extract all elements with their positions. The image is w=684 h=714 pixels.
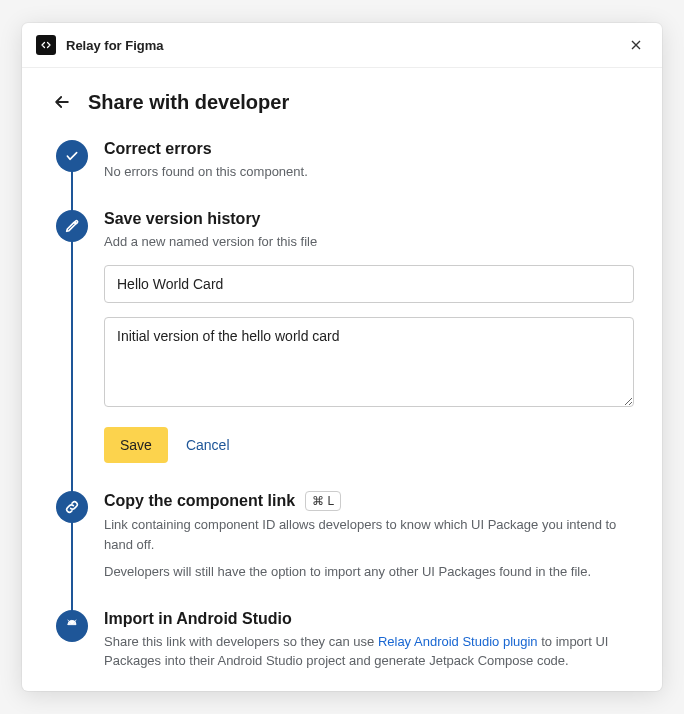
code-icon — [40, 39, 52, 51]
arrow-left-icon — [52, 92, 72, 112]
step-connector — [71, 521, 73, 612]
step-desc: Link containing component ID allows deve… — [104, 515, 634, 554]
titlebar: Relay for Figma — [22, 23, 662, 68]
step-title: Save version history — [104, 210, 634, 228]
pencil-icon — [64, 218, 80, 234]
link-icon — [64, 499, 80, 515]
step-icon-check — [56, 140, 88, 172]
app-icon — [36, 35, 56, 55]
page-header: Share with developer — [50, 90, 634, 114]
steps-list: Correct errors No errors found on this c… — [56, 140, 634, 681]
step-connector — [71, 170, 73, 212]
page-title: Share with developer — [88, 91, 289, 114]
step-icon-pencil — [56, 210, 88, 242]
keyboard-shortcut: ⌘ L — [305, 491, 341, 511]
close-icon — [628, 37, 644, 53]
step-correct-errors: Correct errors No errors found on this c… — [56, 140, 634, 210]
close-button[interactable] — [624, 33, 648, 57]
cancel-button[interactable]: Cancel — [186, 437, 230, 453]
app-title: Relay for Figma — [66, 38, 164, 53]
step-desc: Developers will still have the option to… — [104, 562, 634, 582]
step-title: Copy the component link ⌘ L — [104, 491, 634, 511]
back-button[interactable] — [50, 90, 74, 114]
plugin-link[interactable]: Relay Android Studio plugin — [378, 634, 538, 649]
step-desc: No errors found on this component. — [104, 162, 634, 182]
step-title: Correct errors — [104, 140, 634, 158]
step-title: Import in Android Studio — [104, 610, 634, 628]
step-desc: Share this link with developers so they … — [104, 632, 634, 671]
plugin-window: Relay for Figma Share with developer Cor… — [22, 23, 662, 691]
step-connector — [71, 240, 73, 494]
button-row: Save Cancel — [104, 427, 634, 463]
step-icon-link — [56, 491, 88, 523]
android-icon — [64, 618, 80, 634]
step-title-text: Copy the component link — [104, 492, 295, 510]
step-copy-link: Copy the component link ⌘ L Link contain… — [56, 491, 634, 610]
step-import-android: Import in Android Studio Share this link… — [56, 610, 634, 681]
dialog-body: Share with developer Correct errors No e… — [22, 68, 662, 691]
check-icon — [64, 148, 80, 164]
step-save-version: Save version history Add a new named ver… — [56, 210, 634, 492]
desc-pre: Share this link with developers so they … — [104, 634, 378, 649]
step-icon-android — [56, 610, 88, 642]
save-button[interactable]: Save — [104, 427, 168, 463]
version-name-input[interactable] — [104, 265, 634, 303]
step-desc: Add a new named version for this file — [104, 232, 634, 252]
version-desc-input[interactable]: Initial version of the hello world card — [104, 317, 634, 407]
